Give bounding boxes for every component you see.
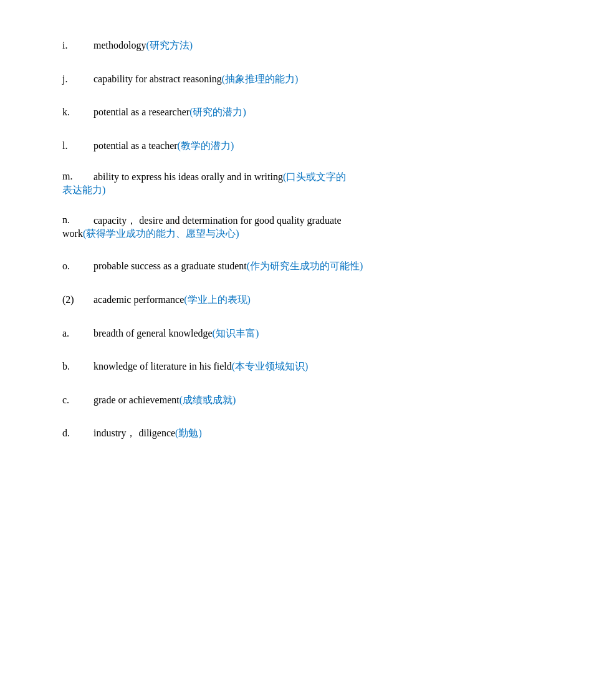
- item-n-first-line: n. capacity， desire and determination fo…: [62, 214, 539, 228]
- item-o-label: o.: [62, 258, 93, 274]
- item-m-chinese-inline: (口头或文字的: [283, 171, 346, 182]
- section-2-english: academic performance: [93, 294, 184, 305]
- item-j-label: j.: [62, 71, 93, 87]
- item-l-text: potential as a teacher(教学的潜力): [93, 138, 539, 154]
- item-n-text: capacity， desire and determination for g…: [93, 214, 539, 228]
- item-n-continuation: work(获得学业成功的能力、愿望与决心): [62, 228, 539, 241]
- list-item-m: m. ability to express his ideas orally a…: [62, 171, 539, 197]
- item-k-chinese: (研究的潜力): [189, 107, 246, 117]
- item-a-chinese: (知识丰富): [213, 328, 259, 338]
- item-m-continuation: 表达能力): [62, 184, 539, 197]
- list-item-d: d. industry， diligence(勤勉): [62, 425, 539, 441]
- item-m-label: m.: [62, 171, 93, 184]
- item-i-text: methodology(研究方法): [93, 37, 539, 54]
- item-j-english: capability for abstract reasoning: [93, 74, 222, 84]
- item-m-english: ability to express his ideas orally and …: [93, 171, 283, 182]
- item-m-text: ability to express his ideas orally and …: [93, 171, 539, 184]
- item-k-label: k.: [62, 104, 93, 120]
- item-d-english: industry， diligence: [93, 428, 175, 438]
- list-item-a: a. breadth of general knowledge(知识丰富): [62, 325, 539, 342]
- list-item-n: n. capacity， desire and determination fo…: [62, 214, 539, 241]
- item-b-text: knowledge of literature in his field(本专业…: [93, 358, 539, 375]
- item-c-english: grade or achievement: [93, 395, 180, 405]
- section-2-label: (2): [62, 292, 93, 308]
- item-n-label: n.: [62, 214, 93, 228]
- item-l-label: l.: [62, 138, 93, 154]
- item-c-text: grade or achievement(成绩或成就): [93, 392, 539, 408]
- item-d-label: d.: [62, 425, 93, 441]
- item-b-label: b.: [62, 358, 93, 375]
- item-n-english-cont: work: [62, 228, 83, 239]
- list-item-c: c. grade or achievement(成绩或成就): [62, 392, 539, 408]
- item-o-chinese: (作为研究生成功的可能性): [247, 261, 363, 271]
- item-i-chinese: (研究方法): [146, 40, 193, 50]
- section-2-text: academic performance(学业上的表现): [93, 292, 539, 308]
- item-m-first-line: m. ability to express his ideas orally a…: [62, 171, 539, 184]
- item-c-chinese: (成绩或成就): [180, 395, 236, 405]
- list-item: i. methodology(研究方法): [62, 37, 539, 54]
- item-n-chinese: (获得学业成功的能力、愿望与决心): [83, 228, 239, 239]
- item-m-chinese-cont: 表达能力): [62, 185, 105, 195]
- list-item-o: o. probable success as a graduate studen…: [62, 258, 539, 274]
- item-j-chinese: (抽象推理的能力): [222, 74, 299, 84]
- list-item: k. potential as a researcher(研究的潜力): [62, 104, 539, 120]
- item-d-chinese: (勤勉): [175, 428, 202, 438]
- section-2-header: (2) academic performance(学业上的表现): [62, 292, 539, 308]
- item-j-text: capability for abstract reasoning(抽象推理的能…: [93, 71, 539, 87]
- list-item-b: b. knowledge of literature in his field(…: [62, 358, 539, 375]
- item-l-english: potential as a teacher: [93, 140, 178, 151]
- item-l-chinese: (教学的潜力): [178, 140, 234, 151]
- item-n-english: capacity， desire and determination for g…: [93, 215, 342, 226]
- content-area: i. methodology(研究方法) j. capability for a…: [62, 37, 539, 441]
- item-i-label: i.: [62, 37, 93, 54]
- item-b-english: knowledge of literature in his field: [93, 361, 232, 372]
- item-b-chinese: (本专业领域知识): [232, 361, 309, 372]
- item-a-text: breadth of general knowledge(知识丰富): [93, 325, 539, 342]
- section-2-chinese: (学业上的表现): [184, 294, 251, 305]
- item-i-english: methodology: [93, 40, 146, 50]
- item-o-text: probable success as a graduate student(作…: [93, 258, 539, 274]
- item-a-label: a.: [62, 325, 93, 342]
- list-item: l. potential as a teacher(教学的潜力): [62, 138, 539, 154]
- item-d-text: industry， diligence(勤勉): [93, 425, 539, 441]
- item-c-label: c.: [62, 392, 93, 408]
- item-a-english: breadth of general knowledge: [93, 328, 213, 338]
- list-item: j. capability for abstract reasoning(抽象推…: [62, 71, 539, 87]
- item-o-english: probable success as a graduate student: [93, 261, 247, 271]
- item-k-english: potential as a researcher: [93, 107, 189, 117]
- item-k-text: potential as a researcher(研究的潜力): [93, 104, 539, 120]
